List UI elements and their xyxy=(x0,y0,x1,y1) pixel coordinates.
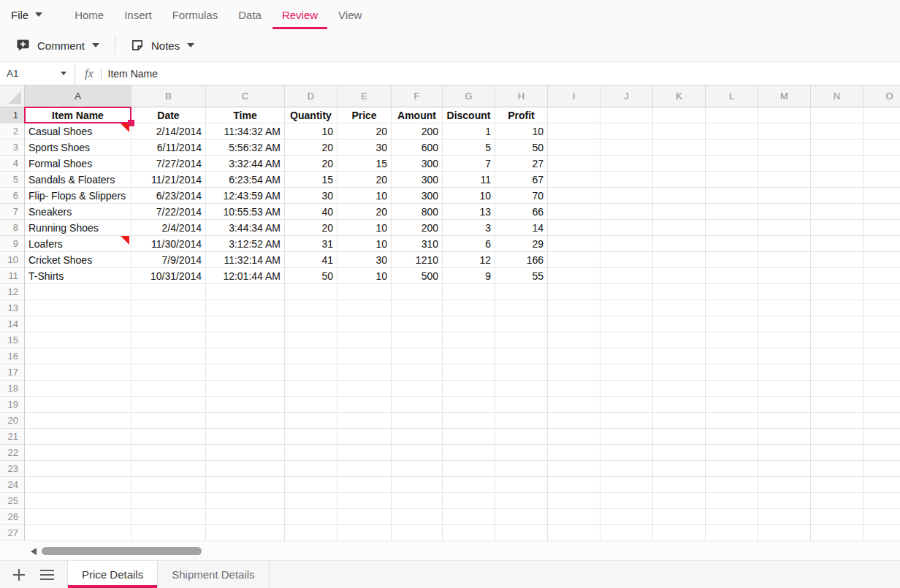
cell-A7[interactable]: Sneakers xyxy=(25,204,131,220)
formula-input[interactable]: Item Name xyxy=(108,68,900,80)
cell-A10[interactable]: Cricket Shoes xyxy=(25,252,131,268)
cell-D11[interactable]: 50 xyxy=(285,268,338,284)
cell-I19[interactable] xyxy=(548,397,600,413)
cell-I18[interactable] xyxy=(548,381,600,397)
cell-K17[interactable] xyxy=(653,364,706,381)
cell-D21[interactable] xyxy=(285,429,338,445)
cell-O2[interactable] xyxy=(863,123,900,140)
cell-I4[interactable] xyxy=(548,156,600,172)
cell-C24[interactable] xyxy=(206,477,285,493)
cell-N4[interactable] xyxy=(811,156,863,172)
cell-M12[interactable] xyxy=(758,284,811,300)
cell-G15[interactable] xyxy=(443,332,495,348)
cell-B10[interactable]: 7/9/2014 xyxy=(131,252,206,268)
cell-I1[interactable] xyxy=(548,107,600,123)
cell-O13[interactable] xyxy=(863,300,900,316)
cell-D23[interactable] xyxy=(285,461,338,477)
cell-A20[interactable] xyxy=(25,413,131,429)
cell-A5[interactable]: Sandals & Floaters xyxy=(25,172,131,188)
cell-I9[interactable] xyxy=(548,236,600,252)
cell-H6[interactable]: 70 xyxy=(495,188,548,204)
cell-M16[interactable] xyxy=(758,348,811,364)
row-header-1[interactable]: 1 xyxy=(0,107,25,123)
cell-O6[interactable] xyxy=(863,188,900,204)
menu-tab-insert[interactable]: Insert xyxy=(114,0,162,29)
cell-M11[interactable] xyxy=(758,268,811,284)
cell-A14[interactable] xyxy=(25,316,131,332)
cell-J10[interactable] xyxy=(600,252,653,268)
cell-B7[interactable]: 7/22/2014 xyxy=(131,204,206,220)
cell-H16[interactable] xyxy=(495,348,548,364)
cell-C26[interactable] xyxy=(206,509,285,525)
cell-F25[interactable] xyxy=(392,493,443,509)
cell-J12[interactable] xyxy=(600,284,653,300)
cell-F13[interactable] xyxy=(392,300,443,316)
cell-A21[interactable] xyxy=(25,429,131,445)
cell-O24[interactable] xyxy=(863,477,900,493)
cell-J4[interactable] xyxy=(600,156,653,172)
cell-J8[interactable] xyxy=(600,220,653,236)
cell-I27[interactable] xyxy=(548,525,600,541)
cell-H13[interactable] xyxy=(495,300,548,316)
menu-tab-home[interactable]: Home xyxy=(64,0,114,29)
cell-G10[interactable]: 12 xyxy=(443,252,495,268)
cell-C5[interactable]: 6:23:54 AM xyxy=(206,172,285,188)
cell-D27[interactable] xyxy=(285,525,338,541)
cell-D2[interactable]: 10 xyxy=(285,123,338,140)
cell-N24[interactable] xyxy=(811,477,863,493)
cell-H4[interactable]: 27 xyxy=(495,156,548,172)
cell-D25[interactable] xyxy=(285,493,338,509)
cell-G9[interactable]: 6 xyxy=(443,236,495,252)
cell-J16[interactable] xyxy=(600,348,653,364)
tab-price-details[interactable]: Price Details xyxy=(67,561,158,588)
cell-O14[interactable] xyxy=(863,316,900,332)
column-header-L[interactable]: L xyxy=(706,85,758,107)
cell-H20[interactable] xyxy=(495,413,548,429)
cell-L20[interactable] xyxy=(706,413,758,429)
column-header-J[interactable]: J xyxy=(600,85,653,107)
cell-G24[interactable] xyxy=(443,477,495,493)
cell-N2[interactable] xyxy=(811,123,863,140)
cell-K18[interactable] xyxy=(653,381,706,397)
cell-I2[interactable] xyxy=(548,123,600,140)
row-header-26[interactable]: 26 xyxy=(0,509,25,525)
cell-N16[interactable] xyxy=(811,348,863,364)
cell-K22[interactable] xyxy=(653,445,706,461)
cell-M15[interactable] xyxy=(758,332,811,348)
cell-K5[interactable] xyxy=(653,172,706,188)
cell-G25[interactable] xyxy=(443,493,495,509)
row-header-3[interactable]: 3 xyxy=(0,140,25,156)
cell-J2[interactable] xyxy=(600,123,653,140)
cell-B19[interactable] xyxy=(131,397,206,413)
cell-E26[interactable] xyxy=(338,509,392,525)
cell-N20[interactable] xyxy=(811,413,863,429)
cell-O11[interactable] xyxy=(863,268,900,284)
cell-K10[interactable] xyxy=(653,252,706,268)
cell-H22[interactable] xyxy=(495,445,548,461)
cell-A24[interactable] xyxy=(25,477,131,493)
cell-A27[interactable] xyxy=(25,525,131,541)
cell-G13[interactable] xyxy=(443,300,495,316)
cell-J17[interactable] xyxy=(600,364,653,381)
cell-M3[interactable] xyxy=(758,140,811,156)
cell-D17[interactable] xyxy=(285,364,338,381)
cell-I20[interactable] xyxy=(548,413,600,429)
cell-G6[interactable]: 10 xyxy=(443,188,495,204)
cell-J19[interactable] xyxy=(600,397,653,413)
cell-O5[interactable] xyxy=(863,172,900,188)
horizontal-scrollbar[interactable] xyxy=(0,542,900,560)
row-header-8[interactable]: 8 xyxy=(0,220,25,236)
notes-button[interactable]: Notes xyxy=(131,39,194,52)
row-header-15[interactable]: 15 xyxy=(0,332,25,348)
cell-C6[interactable]: 12:43:59 AM xyxy=(206,188,285,204)
cell-M25[interactable] xyxy=(758,493,811,509)
cell-B20[interactable] xyxy=(131,413,206,429)
cell-G19[interactable] xyxy=(443,397,495,413)
cell-D15[interactable] xyxy=(285,332,338,348)
cell-N14[interactable] xyxy=(811,316,863,332)
cell-N3[interactable] xyxy=(811,140,863,156)
row-header-12[interactable]: 12 xyxy=(0,284,25,300)
cell-M20[interactable] xyxy=(758,413,811,429)
cell-C17[interactable] xyxy=(206,364,285,381)
cell-E8[interactable]: 10 xyxy=(338,220,392,236)
